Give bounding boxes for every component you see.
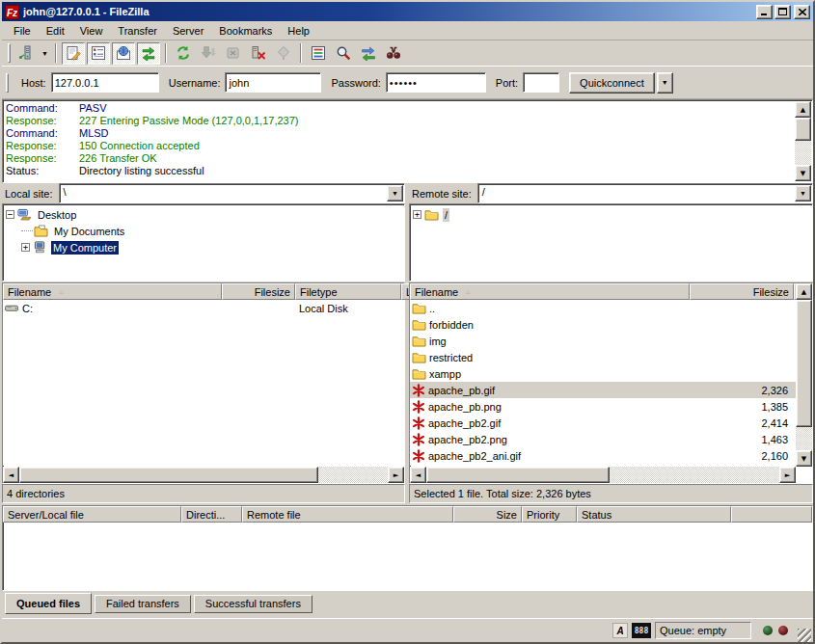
log-line-text: 226 Transfer OK xyxy=(79,152,157,164)
toggle-queue-button[interactable] xyxy=(137,42,160,65)
tab-successful-transfers[interactable]: Successful transfers xyxy=(194,595,312,613)
toggle-remote-tree-button[interactable] xyxy=(112,42,135,65)
sync-browsing-button[interactable] xyxy=(382,42,405,65)
file-row[interactable]: apache_pb2.png1,463 xyxy=(410,431,796,447)
title-bar[interactable]: Fz john@127.0.0.1 - FileZilla xyxy=(2,2,813,21)
cancel-button[interactable] xyxy=(222,42,245,65)
queue-column-priority[interactable]: Priority xyxy=(522,506,577,523)
transfer-queue[interactable]: Server/Local fileDirecti...Remote fileSi… xyxy=(2,505,813,591)
remote-directory-tree[interactable]: +/ xyxy=(409,203,813,282)
column-header-label: Filesize xyxy=(753,286,789,298)
resize-grip[interactable] xyxy=(798,629,811,642)
maximize-button[interactable] xyxy=(774,5,791,19)
compare-button[interactable] xyxy=(357,42,380,65)
remote-vscrollbar[interactable]: ▲ ▼ xyxy=(796,283,812,467)
local-site-combobox[interactable]: \ ▼ xyxy=(59,183,405,203)
collapse-icon[interactable]: − xyxy=(6,210,14,219)
column-header-filename[interactable]: Filename▵ xyxy=(3,283,222,300)
file-row[interactable]: forbidden xyxy=(410,316,796,333)
remote-vscrollbar-thumb[interactable] xyxy=(796,300,812,427)
menu-view[interactable]: View xyxy=(72,23,111,39)
tree-item[interactable]: My Documents xyxy=(3,223,404,239)
queue-column-size[interactable]: Size xyxy=(453,506,522,523)
local-hscrollbar-thumb[interactable] xyxy=(19,467,318,483)
minimize-button[interactable] xyxy=(756,5,773,19)
scroll-left-icon[interactable]: ◄ xyxy=(3,467,19,483)
remote-hscrollbar-thumb[interactable] xyxy=(426,467,610,483)
queue-column-status[interactable]: Status xyxy=(577,506,731,523)
password-input[interactable] xyxy=(386,72,486,93)
expand-icon[interactable]: + xyxy=(413,210,421,219)
toggle-local-tree-button[interactable] xyxy=(87,42,110,65)
toggle-log-button[interactable] xyxy=(62,42,85,65)
local-hscrollbar[interactable]: ◄ ► xyxy=(3,467,404,483)
quickconnect-dropdown-button[interactable]: ▼ xyxy=(657,72,673,94)
menu-transfer[interactable]: Transfer xyxy=(110,23,165,39)
toolbar-separator xyxy=(165,43,167,63)
scroll-right-icon[interactable]: ► xyxy=(779,467,796,483)
port-input[interactable] xyxy=(523,72,559,93)
scroll-left-icon[interactable]: ◄ xyxy=(410,467,426,483)
file-row[interactable]: apache_pb.gif2,326 xyxy=(410,382,796,398)
file-row[interactable]: C:Local Disk xyxy=(3,300,404,316)
scroll-down-icon[interactable]: ▼ xyxy=(796,450,812,467)
remote-hscrollbar[interactable]: ◄ ► xyxy=(410,467,796,483)
transfer-type-icon[interactable]: A xyxy=(612,623,628,638)
menu-bookmarks[interactable]: Bookmarks xyxy=(211,23,280,39)
log-line: Response:227 Entering Passive Mode (127,… xyxy=(6,115,793,127)
speed-limit-icon[interactable]: 888 xyxy=(632,623,651,638)
menu-file[interactable]: File xyxy=(6,23,39,39)
scroll-right-icon[interactable]: ► xyxy=(388,467,404,483)
remote-site-dropdown[interactable]: ▼ xyxy=(795,185,811,201)
site-manager-button[interactable] xyxy=(14,42,38,65)
find-button[interactable] xyxy=(332,42,355,65)
disconnect-button[interactable] xyxy=(247,42,270,65)
folder-docs-icon xyxy=(34,225,48,237)
site-manager-button-dropdown[interactable]: ▼ xyxy=(39,42,51,65)
file-row[interactable]: .. xyxy=(410,300,796,316)
file-row[interactable]: restricted xyxy=(410,349,796,365)
menu-edit[interactable]: Edit xyxy=(39,23,72,39)
menu-server[interactable]: Server xyxy=(165,23,211,39)
log-scrollbar[interactable]: ▲ ▼ xyxy=(795,101,811,181)
drive-icon xyxy=(5,303,19,313)
reconnect-button[interactable] xyxy=(272,42,295,65)
column-header-filesize[interactable]: Filesize xyxy=(222,283,295,300)
refresh-button[interactable] xyxy=(172,42,195,65)
queue-column-remote-file[interactable]: Remote file xyxy=(242,506,453,523)
local-directory-tree[interactable]: −DesktopMy Documents+My Computer xyxy=(2,203,405,282)
scroll-up-icon[interactable]: ▲ xyxy=(795,101,811,118)
message-log[interactable]: Command:PASVResponse:227 Entering Passiv… xyxy=(2,99,813,183)
file-name: C: xyxy=(22,303,33,314)
filter-button[interactable] xyxy=(307,42,330,65)
file-row[interactable]: apache_pb.png1,385 xyxy=(410,398,796,415)
file-row[interactable]: apache_pb2_ani.gif2,160 xyxy=(410,447,796,464)
tab-failed-transfers[interactable]: Failed transfers xyxy=(95,595,191,613)
expand-icon[interactable]: + xyxy=(21,243,30,252)
column-header-filesize[interactable]: Filesize xyxy=(690,283,794,300)
queue-column-directi-[interactable]: Directi... xyxy=(181,506,242,523)
local-site-dropdown[interactable]: ▼ xyxy=(387,185,403,201)
local-list-body[interactable]: C:Local Disk xyxy=(3,300,404,466)
column-header-filetype[interactable]: Filetype xyxy=(295,283,401,300)
file-row[interactable]: xampp xyxy=(410,365,796,382)
queue-column-server-local-file[interactable]: Server/Local file xyxy=(3,506,181,523)
tab-queued-files[interactable]: Queued files xyxy=(5,593,92,614)
remote-list-body[interactable]: ..forbiddenimgrestrictedxamppapache_pb.g… xyxy=(410,300,796,466)
scroll-up-icon[interactable]: ▲ xyxy=(796,283,812,300)
quickconnect-button[interactable]: Quickconnect xyxy=(569,72,655,94)
menu-help[interactable]: Help xyxy=(280,23,317,39)
log-scrollbar-thumb[interactable] xyxy=(795,118,811,141)
tree-item[interactable]: −Desktop xyxy=(3,206,404,223)
column-header-filename[interactable]: Filename▵ xyxy=(410,283,690,300)
host-input[interactable] xyxy=(51,72,159,93)
scroll-down-icon[interactable]: ▼ xyxy=(795,165,811,181)
remote-site-combobox[interactable]: / ▼ xyxy=(477,183,813,203)
file-row[interactable]: apache_pb2.gif2,414 xyxy=(410,415,796,431)
close-button[interactable] xyxy=(794,5,810,19)
process-queue-button[interactable] xyxy=(197,42,220,65)
username-input[interactable] xyxy=(225,72,321,93)
tree-item[interactable]: +My Computer xyxy=(3,239,404,255)
tree-item[interactable]: +/ xyxy=(410,206,812,223)
file-row[interactable]: img xyxy=(410,333,796,349)
